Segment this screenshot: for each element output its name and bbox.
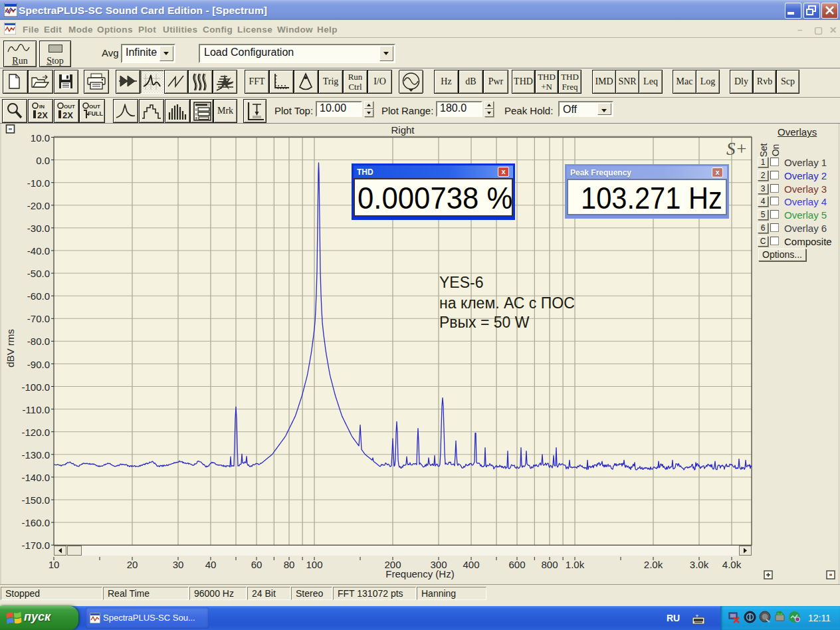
svg-text:-110.0: -110.0 bbox=[23, 404, 50, 415]
svg-text:-140.0: -140.0 bbox=[21, 472, 50, 483]
svg-text:2X: 2X bbox=[37, 110, 48, 120]
svg-text:0.0: 0.0 bbox=[36, 155, 50, 166]
svg-text:на клем. АС с ПОС: на клем. АС с ПОС bbox=[439, 294, 575, 312]
svg-text:Frequency (Hz): Frequency (Hz) bbox=[385, 568, 454, 579]
svg-text:2.0k: 2.0k bbox=[644, 559, 663, 570]
svg-text:-20.0: -20.0 bbox=[27, 200, 50, 211]
svg-text:OUT: OUT bbox=[64, 104, 75, 110]
svg-text:4.0k: 4.0k bbox=[722, 559, 742, 570]
svg-text:2X: 2X bbox=[62, 110, 73, 120]
svg-text:-170.0: -170.0 bbox=[21, 540, 50, 551]
svg-text:10: 10 bbox=[49, 559, 60, 570]
svg-text:40: 40 bbox=[205, 559, 217, 570]
svg-text:-40.0: -40.0 bbox=[27, 245, 50, 257]
svg-text:dBV rms: dBV rms bbox=[5, 329, 16, 368]
svg-text:-50.0: -50.0 bbox=[27, 268, 50, 279]
svg-text:600: 600 bbox=[508, 559, 525, 570]
svg-text:10.0: 10.0 bbox=[31, 132, 50, 144]
svg-text:-160.0: -160.0 bbox=[21, 517, 50, 528]
svg-text:60: 60 bbox=[251, 559, 262, 570]
svg-text:S+: S+ bbox=[726, 139, 748, 159]
svg-text:Right: Right bbox=[391, 124, 415, 136]
svg-text:Рвых = 50 W: Рвых = 50 W bbox=[439, 314, 530, 331]
svg-text:80: 80 bbox=[284, 559, 295, 570]
svg-text:30: 30 bbox=[173, 559, 184, 570]
svg-text:-30.0: -30.0 bbox=[27, 223, 50, 234]
svg-text:-10.0: -10.0 bbox=[27, 177, 50, 189]
svg-text:20: 20 bbox=[127, 559, 138, 570]
svg-text:-90.0: -90.0 bbox=[27, 359, 50, 370]
svg-text:-130.0: -130.0 bbox=[21, 449, 50, 461]
svg-text:-120.0: -120.0 bbox=[21, 427, 50, 438]
svg-text:100: 100 bbox=[306, 559, 322, 570]
svg-text:FULL: FULL bbox=[88, 110, 103, 117]
svg-text:-80.0: -80.0 bbox=[27, 336, 50, 347]
svg-text:1.0k: 1.0k bbox=[566, 559, 585, 570]
svg-text:-60.0: -60.0 bbox=[27, 290, 50, 302]
svg-text:3.0k: 3.0k bbox=[690, 559, 709, 570]
svg-text:-70.0: -70.0 bbox=[27, 313, 50, 324]
svg-text:400: 400 bbox=[463, 559, 479, 570]
svg-text:YES-6: YES-6 bbox=[439, 274, 483, 291]
svg-text:-150.0: -150.0 bbox=[21, 494, 50, 506]
svg-text:800: 800 bbox=[541, 559, 558, 570]
svg-text:-100.0: -100.0 bbox=[21, 381, 50, 393]
svg-text:OUT: OUT bbox=[89, 104, 100, 110]
svg-text:IN: IN bbox=[39, 104, 45, 110]
